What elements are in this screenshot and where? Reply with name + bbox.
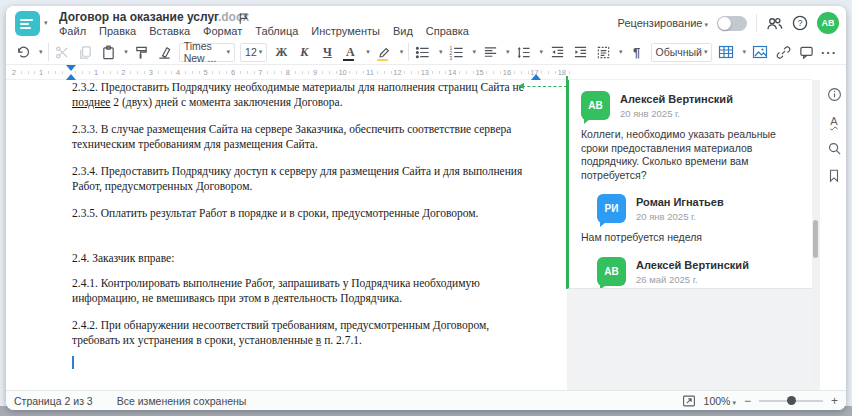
font-size-select[interactable]: 12▾ [240,43,267,62]
menu-item-Таблица[interactable]: Таблица [255,25,298,37]
document-title-text: Договор на оказание услуг [59,10,218,24]
decrease-indent-button[interactable] [548,42,566,62]
align-left-button[interactable] [481,42,499,62]
zoom-slider-thumb[interactable] [787,396,796,405]
app-logo-icon[interactable] [15,11,40,36]
paragraph-borders-button[interactable] [594,42,612,62]
more-tools-button[interactable]: ··· [820,42,838,62]
font-color-button[interactable]: А [341,42,359,62]
vertical-scrollbar[interactable] [812,80,819,390]
favorite-flag-icon[interactable] [237,12,250,25]
scrollbar-thumb[interactable] [813,220,818,258]
tracked-text[interactable]: позднее [72,96,110,108]
ruler-number: 17 [530,68,538,77]
bullet-list-button[interactable] [414,42,432,62]
svg-text:?: ? [798,18,803,28]
text-run[interactable]: 2.4. Заказчик вправе: [72,252,174,264]
paste-menu-caret-icon[interactable]: ▾ [124,48,128,56]
text-run[interactable]: п. 2.7.1. [321,334,362,346]
fit-page-icon[interactable] [682,394,696,408]
font-color-caret-icon[interactable]: ▾ [366,48,370,56]
paragraph[interactable]: 2.4.1. Контролировать выполнение Работ, … [72,276,538,306]
comment-text[interactable]: Нам потребуется неделя [581,231,800,245]
zoom-slider[interactable] [759,400,823,402]
insert-link-button[interactable] [774,42,792,62]
spellcheck-icon[interactable]: А [826,113,842,129]
text-run[interactable]: 2 (двух) дней с момента заключения Догов… [110,96,342,108]
menu-item-Справка[interactable]: Справка [426,25,469,37]
comment-thread-card[interactable]: АВАлексей Вертинский20 янв 2025 г.Коллег… [567,80,812,289]
text-run[interactable]: 2.4.2. При обнаружении несоответствий тр… [72,319,489,346]
header-right: Рецензирование▾ ? АВ [618,12,839,34]
format-painter-icon[interactable] [133,42,151,62]
menu-item-Вид[interactable]: Вид [393,25,413,37]
borders-caret-icon[interactable]: ▾ [619,48,623,56]
comment-avatar: АВ [581,91,610,120]
highlight-button[interactable] [375,42,393,62]
menu-item-Правка[interactable]: Правка [99,25,136,37]
comment-text[interactable]: Коллеги, необходимо указать реальные сро… [581,128,800,182]
align-caret-icon[interactable]: ▾ [506,48,510,56]
increase-indent-button[interactable] [571,42,589,62]
review-mode-dropdown[interactable]: Рецензирование▾ [618,17,708,29]
text-run[interactable]: 2.4.1. Контролировать выполнение Работ, … [72,277,480,304]
insert-comment-button[interactable] [797,42,815,62]
review-toggle[interactable] [717,16,747,31]
zoom-out-button[interactable]: − [744,394,751,408]
user-avatar[interactable]: АВ [817,12,839,34]
menu-item-Формат[interactable]: Формат [203,25,242,37]
search-icon[interactable] [826,140,842,156]
cut-button[interactable] [53,42,71,62]
paragraph[interactable]: 2.3.5. Оплатить результат Работ в порядк… [72,206,538,221]
undo-button[interactable] [14,42,32,62]
bold-button[interactable]: Ж [272,42,290,62]
numbered-list-button[interactable]: 123 [447,42,465,62]
toolbar: ▾ ▾ Times New ...▾ 12▾ Ж К Ч А ▾ ▾ ▾ 123… [6,40,846,65]
paragraph[interactable]: 2.3.2. Предоставить Подрядчику необходим… [72,80,538,110]
collaboration-users-icon[interactable] [766,16,783,31]
paste-button[interactable] [99,42,117,62]
comment-header[interactable]: АВАлексей Вертинский26 май 2025 г. [597,257,800,286]
paragraph[interactable]: 2.4.2. При обнаружении несоответствий тр… [72,318,538,348]
menu-item-Инструменты[interactable]: Инструменты [311,25,380,37]
paragraph[interactable]: 2.4. Заказчик вправе: [72,251,538,266]
show-paragraph-marks-button[interactable]: ¶ [628,42,646,62]
paragraph[interactable]: 2.3.4. Предоставить Подрядчику доступ к … [72,164,538,194]
copy-button[interactable] [76,42,94,62]
info-icon[interactable] [826,86,842,102]
svg-text:3: 3 [449,55,452,59]
text-run[interactable]: 2.3.4. Предоставить Подрядчику доступ к … [72,165,522,192]
italic-button[interactable]: К [295,42,313,62]
undo-menu-caret-icon[interactable]: ▾ [39,48,43,56]
logo-menu-caret-icon[interactable]: ▾ [44,19,48,27]
menu-item-Файл[interactable]: Файл [59,25,86,37]
text-run[interactable]: 2.3.3. В случае размещения Сайта на серв… [72,123,511,150]
page-indicator[interactable]: Страница 2 из 3 [14,395,93,407]
bookmark-icon[interactable] [826,167,842,183]
table-caret-icon[interactable]: ▾ [742,48,746,56]
text-run[interactable]: 2.3.2. Предоставить Подрядчику необходим… [72,81,524,93]
zoom-in-button[interactable]: + [831,394,838,408]
insert-table-button[interactable] [717,42,735,62]
insert-image-button[interactable] [751,42,769,62]
text-run[interactable]: 2.3.5. Оплатить результат Работ в порядк… [72,207,478,219]
line-spacing-caret-icon[interactable]: ▾ [540,48,544,56]
numbered-list-caret-icon[interactable]: ▾ [472,48,476,56]
comment-author: Алексей Вертинский [620,91,733,105]
horizontal-ruler[interactable]: 21123456789101112131415161718 [6,65,812,80]
document-text[interactable]: 2.3.2. Предоставить Подрядчику необходим… [72,80,538,369]
bullet-list-caret-icon[interactable]: ▾ [439,48,443,56]
comment-header[interactable]: АВАлексей Вертинский20 янв 2025 г. [581,91,800,120]
paragraph[interactable]: 2.3.3. В случае размещения Сайта на серв… [72,122,538,152]
font-name-select[interactable]: Times New ...▾ [179,43,235,62]
highlight-caret-icon[interactable]: ▾ [400,48,404,56]
menu-item-Вставка[interactable]: Вставка [149,25,190,37]
paragraph-style-select[interactable]: Обычный▾ [651,43,713,62]
underline-button[interactable]: Ч [318,42,336,62]
comment-header[interactable]: РИРоман Игнатьев20 янв 2025 г. [597,194,800,223]
line-spacing-button[interactable] [515,42,533,62]
ruler-number: 11 [366,68,374,77]
help-icon[interactable]: ? [792,15,808,31]
clear-format-icon[interactable] [156,42,174,62]
zoom-value-dropdown[interactable]: 100%▾ [704,395,736,407]
